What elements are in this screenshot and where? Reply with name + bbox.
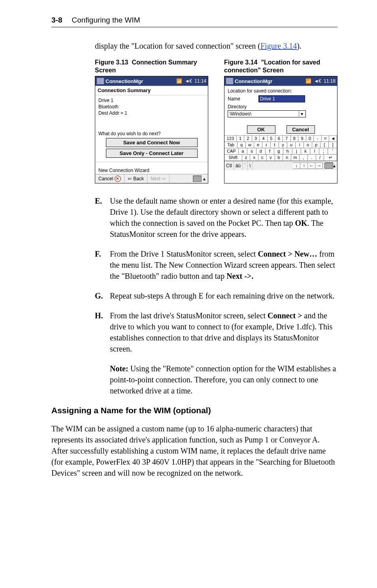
back-button[interactable]: ⇦ Back bbox=[124, 174, 147, 183]
osk-key-caps[interactable]: CAP bbox=[224, 148, 239, 155]
osk-key[interactable]: 6 bbox=[275, 136, 283, 142]
osk-key[interactable]: i bbox=[296, 142, 304, 148]
osk-key[interactable]: - bbox=[314, 136, 322, 142]
osk-key[interactable]: [ bbox=[320, 142, 329, 148]
save-only-connect-later-button[interactable]: Save Only - Connect Later bbox=[106, 149, 198, 158]
osk-ctl-row: Ctl áü ` \ ↓ ↑ ← → ▴ bbox=[224, 161, 337, 170]
osk-key[interactable]: j bbox=[292, 148, 302, 155]
osk-key[interactable]: l bbox=[310, 148, 319, 155]
osk-key[interactable]: y bbox=[279, 142, 287, 148]
osk-key[interactable]: ] bbox=[329, 142, 337, 148]
figure-link[interactable]: Figure 3.14 bbox=[260, 42, 297, 50]
save-connect-now-button[interactable]: Save and Connect Now bbox=[106, 138, 198, 147]
osk-key[interactable]: v bbox=[267, 155, 275, 161]
step-letter: E. bbox=[95, 195, 104, 240]
osk-grave-key[interactable]: ` bbox=[243, 161, 248, 170]
keyboard-icon bbox=[324, 163, 333, 169]
sip-button[interactable]: ▴ bbox=[323, 161, 337, 170]
osk-key[interactable]: / bbox=[316, 155, 324, 161]
osk-key[interactable]: ; bbox=[319, 148, 328, 155]
osk-key[interactable]: g bbox=[274, 148, 283, 155]
osk-ctl-key[interactable]: Ctl bbox=[224, 161, 234, 170]
directory-value: \Windows\ bbox=[230, 111, 251, 117]
osk-key[interactable]: 5 bbox=[268, 136, 275, 142]
osk-arrow-right[interactable]: → bbox=[315, 163, 323, 169]
osk-key-backspace[interactable]: ◄ bbox=[329, 136, 337, 142]
cancel-button[interactable]: Cancel bbox=[287, 125, 315, 134]
step-letter: H. bbox=[95, 310, 104, 354]
osk-key[interactable]: s bbox=[247, 148, 256, 155]
speaker-icon[interactable]: ◄€ bbox=[314, 78, 321, 84]
osk-key[interactable]: a bbox=[239, 148, 248, 155]
summary-line: Dest Addr = 1 bbox=[98, 110, 205, 116]
directory-row: Directory bbox=[228, 104, 334, 110]
cancel-label: Cancel bbox=[98, 176, 113, 182]
screenshot-save-location: ConnectionMgr 📶 ◄€ 11:18 Location for sa… bbox=[224, 76, 337, 183]
osk-key[interactable]: p bbox=[312, 142, 320, 148]
osk-key[interactable]: , bbox=[300, 155, 308, 161]
osk-key[interactable]: b bbox=[275, 155, 283, 161]
osk-key[interactable]: f bbox=[266, 148, 275, 155]
osk-key[interactable]: q bbox=[238, 142, 246, 148]
start-flag-icon[interactable] bbox=[97, 78, 104, 84]
titlebar-right: 📶 ◄€ 11:14 bbox=[176, 78, 206, 84]
osk-key-tab[interactable]: Tab bbox=[224, 142, 238, 148]
osk-key[interactable]: z bbox=[242, 155, 251, 161]
osk-key[interactable]: 3 bbox=[252, 136, 260, 142]
osk-key[interactable]: 7 bbox=[283, 136, 291, 142]
signal-icon: 📶 bbox=[176, 78, 182, 84]
summary-line: Drive 1 bbox=[98, 98, 205, 103]
osk-row-1: 123 1 2 3 4 5 6 7 8 9 0 - = ◄ bbox=[224, 136, 337, 142]
osk-arrow-left[interactable]: ← bbox=[308, 163, 315, 169]
prompt-area: What do you wish to do next? Save and Co… bbox=[95, 128, 208, 162]
ok-button[interactable]: OK bbox=[247, 125, 275, 134]
osk-key[interactable]: w bbox=[246, 142, 254, 148]
start-flag-icon[interactable] bbox=[226, 78, 233, 84]
step-letter: F. bbox=[95, 248, 104, 282]
osk-key[interactable]: 1 bbox=[237, 136, 245, 142]
osk-key[interactable]: k bbox=[301, 148, 310, 155]
osk-arrow-up[interactable]: ↑ bbox=[300, 163, 308, 169]
osk-key[interactable]: 0 bbox=[306, 136, 314, 142]
osk-key[interactable]: x bbox=[250, 155, 258, 161]
cancel-button[interactable]: Cancel bbox=[95, 174, 124, 183]
osk-key[interactable]: h bbox=[283, 148, 292, 155]
osk-key[interactable]: o bbox=[304, 142, 312, 148]
osk-key[interactable]: d bbox=[256, 148, 266, 155]
speaker-icon[interactable]: ◄€ bbox=[185, 78, 192, 84]
osk-key[interactable]: 123 bbox=[224, 136, 237, 142]
next-button[interactable]: Next ⇨ bbox=[147, 174, 170, 183]
screenshots-row: ConnectionMgr 📶 ◄€ 11:14 Connection Summ… bbox=[95, 76, 337, 183]
osk-key[interactable]: t bbox=[271, 142, 279, 148]
clock: 11:14 bbox=[194, 78, 206, 84]
osk-arrow-down[interactable]: ↓ bbox=[293, 163, 300, 169]
status-line: New Connection Wizard bbox=[95, 162, 208, 174]
figure-caption-right: Figure 3.14 "Location for saved connecti… bbox=[224, 59, 337, 74]
osk-key[interactable]: 9 bbox=[298, 136, 306, 142]
osk-backslash-key[interactable]: \ bbox=[248, 161, 253, 170]
osk-key[interactable]: 4 bbox=[260, 136, 268, 142]
step-H: H. From the last drive's StatusMonitor s… bbox=[95, 310, 337, 354]
osk-key-shift[interactable]: Shift bbox=[224, 155, 242, 161]
osk-key[interactable]: c bbox=[258, 155, 267, 161]
osk-accent-key[interactable]: áü bbox=[234, 161, 243, 170]
name-input[interactable]: Drive 1 bbox=[258, 95, 305, 102]
step-letter: G. bbox=[95, 290, 104, 301]
directory-label: Directory bbox=[228, 104, 255, 110]
save-location-body: Location for saved connection: Name Driv… bbox=[224, 86, 337, 121]
sip-button[interactable]: ▴ bbox=[190, 174, 208, 183]
osk-key[interactable]: n bbox=[283, 155, 291, 161]
osk-key[interactable]: . bbox=[308, 155, 316, 161]
osk-key[interactable]: = bbox=[322, 136, 330, 142]
osk-key-enter[interactable]: ↵ bbox=[324, 155, 337, 161]
osk-key[interactable]: e bbox=[254, 142, 262, 148]
signal-icon: 📶 bbox=[305, 78, 311, 84]
figure-caption-left: Figure 3.13 Connection Summary Screen bbox=[95, 59, 208, 74]
osk-key[interactable]: u bbox=[287, 142, 296, 148]
osk-key[interactable]: 2 bbox=[244, 136, 252, 142]
osk-key[interactable]: r bbox=[262, 142, 271, 148]
osk-key[interactable]: m bbox=[291, 155, 300, 161]
osk-key[interactable]: 8 bbox=[291, 136, 299, 142]
osk-key[interactable]: ' bbox=[328, 148, 337, 155]
directory-combo[interactable]: \Windows\ ▾ bbox=[228, 110, 306, 117]
